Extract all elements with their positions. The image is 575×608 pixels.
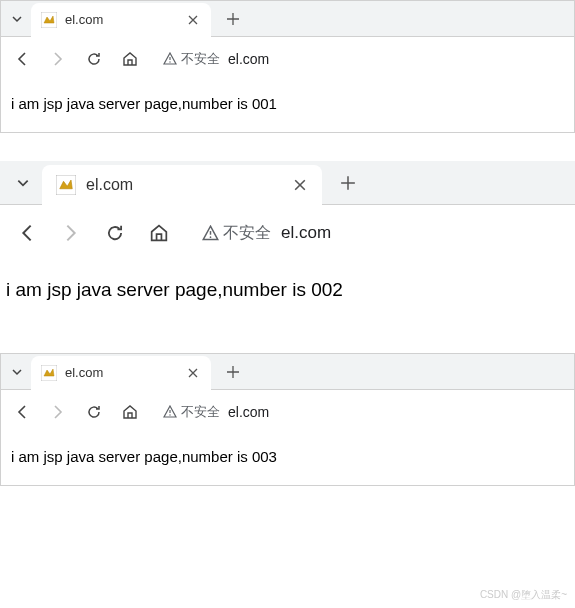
new-tab-button[interactable] <box>334 169 362 197</box>
favicon-icon <box>41 365 57 381</box>
security-indicator[interactable]: 不安全 <box>163 403 220 421</box>
home-button[interactable] <box>119 401 141 423</box>
tab-scroll-button[interactable] <box>7 362 27 382</box>
reload-button[interactable] <box>83 48 105 70</box>
close-tab-button[interactable] <box>185 12 201 28</box>
page-content: i am jsp java server page,number is 001 <box>1 81 574 132</box>
close-tab-button[interactable] <box>185 365 201 381</box>
reload-button[interactable] <box>83 401 105 423</box>
close-tab-button[interactable] <box>292 177 308 193</box>
tab-title: el.com <box>86 176 284 194</box>
browser-toolbar: 不安全 el.com <box>1 390 574 434</box>
security-indicator[interactable]: 不安全 <box>202 223 271 244</box>
tab-title: el.com <box>65 365 177 380</box>
page-content: i am jsp java server page,number is 002 <box>0 261 575 331</box>
browser-toolbar: 不安全 el.com <box>0 205 575 261</box>
security-label: 不安全 <box>181 50 220 68</box>
security-label: 不安全 <box>223 223 271 244</box>
url-text: el.com <box>228 404 269 420</box>
tab-scroll-button[interactable] <box>7 9 27 29</box>
browser-window-3: el.com 不安全 el.com i am jsp ja <box>0 353 575 486</box>
address-bar[interactable]: 不安全 el.com <box>163 50 269 68</box>
url-text: el.com <box>228 51 269 67</box>
back-button[interactable] <box>11 401 33 423</box>
reload-button[interactable] <box>102 220 128 246</box>
forward-button[interactable] <box>47 48 69 70</box>
new-tab-button[interactable] <box>219 5 247 33</box>
browser-tab[interactable]: el.com <box>42 165 322 205</box>
browser-tab[interactable]: el.com <box>31 3 211 37</box>
svg-point-2 <box>169 61 170 62</box>
browser-toolbar: 不安全 el.com <box>1 37 574 81</box>
back-button[interactable] <box>11 48 33 70</box>
svg-point-5 <box>210 236 212 238</box>
browser-window-2: el.com 不安全 el.com i am jsp ja <box>0 161 575 331</box>
url-text: el.com <box>281 223 331 243</box>
browser-tab[interactable]: el.com <box>31 356 211 390</box>
new-tab-button[interactable] <box>219 358 247 386</box>
tab-strip: el.com <box>0 161 575 205</box>
security-label: 不安全 <box>181 403 220 421</box>
security-indicator[interactable]: 不安全 <box>163 50 220 68</box>
tab-scroll-button[interactable] <box>10 170 36 196</box>
warning-icon <box>202 225 219 242</box>
home-button[interactable] <box>119 48 141 70</box>
forward-button[interactable] <box>58 220 84 246</box>
warning-icon <box>163 405 177 419</box>
tab-strip: el.com <box>1 1 574 37</box>
tab-strip: el.com <box>1 354 574 390</box>
tab-title: el.com <box>65 12 177 27</box>
home-button[interactable] <box>146 220 172 246</box>
forward-button[interactable] <box>47 401 69 423</box>
warning-icon <box>163 52 177 66</box>
browser-window-1: el.com 不安全 el.com i am jsp ja <box>0 0 575 133</box>
svg-point-8 <box>169 414 170 415</box>
address-bar[interactable]: 不安全 el.com <box>202 223 331 244</box>
favicon-icon <box>41 12 57 28</box>
back-button[interactable] <box>14 220 40 246</box>
page-content: i am jsp java server page,number is 003 <box>1 434 574 485</box>
favicon-icon <box>56 175 76 195</box>
address-bar[interactable]: 不安全 el.com <box>163 403 269 421</box>
